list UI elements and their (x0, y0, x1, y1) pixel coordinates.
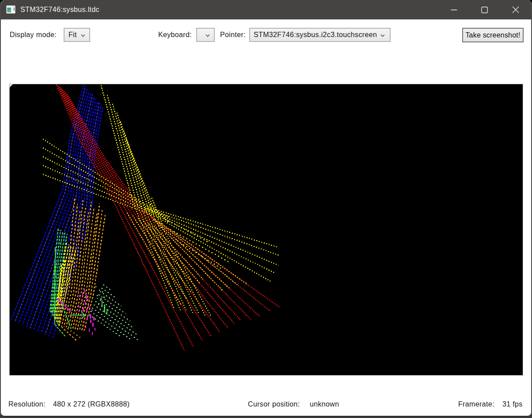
display-mode-combobox[interactable]: Fit (64, 28, 90, 42)
minimize-button[interactable] (444, 0, 464, 19)
framerate-label: Framerate: (458, 400, 494, 408)
pointer-label: Pointer: (220, 28, 246, 42)
ltdc-analyzer-window: STM32F746:sysbus.ltdc Display mode: Fit … (0, 0, 532, 417)
chevron-down-icon (81, 34, 85, 37)
take-screenshot-button[interactable]: Take screenshot! (462, 28, 524, 42)
keyboard-label: Keyboard: (158, 28, 192, 42)
framebuffer-display[interactable] (9, 84, 523, 376)
close-button[interactable] (505, 0, 526, 19)
minimize-icon (451, 7, 457, 13)
chevron-down-icon (205, 34, 210, 37)
resolution-value: 480 x 272 (RGBX8888) (53, 400, 129, 408)
app-window-icon (6, 5, 15, 14)
cursor-position-label: Cursor position: (248, 400, 300, 408)
cursor-position-value: unknown (310, 400, 339, 408)
display-mode-label: Display mode: (10, 28, 57, 42)
pointer-value: STM32F746:sysbus.i2c3.touchscreen (254, 31, 377, 39)
close-icon (512, 6, 519, 13)
display-mode-value: Fit (68, 31, 77, 39)
maximize-button[interactable] (474, 0, 494, 19)
framerate-value: 31 fps (502, 400, 523, 408)
chevron-down-icon (380, 34, 385, 37)
resolution-label: Resolution: (8, 400, 46, 408)
keyboard-combobox[interactable] (196, 28, 215, 42)
maximize-icon (481, 7, 488, 13)
pointer-combobox[interactable]: STM32F746:sysbus.i2c3.touchscreen (249, 28, 391, 42)
framebuffer-canvas (10, 84, 523, 375)
corner-notch (10, 84, 13, 88)
window-title: STM32F746:sysbus.ltdc (20, 0, 99, 19)
titlebar[interactable]: STM32F746:sysbus.ltdc (1, 0, 531, 19)
